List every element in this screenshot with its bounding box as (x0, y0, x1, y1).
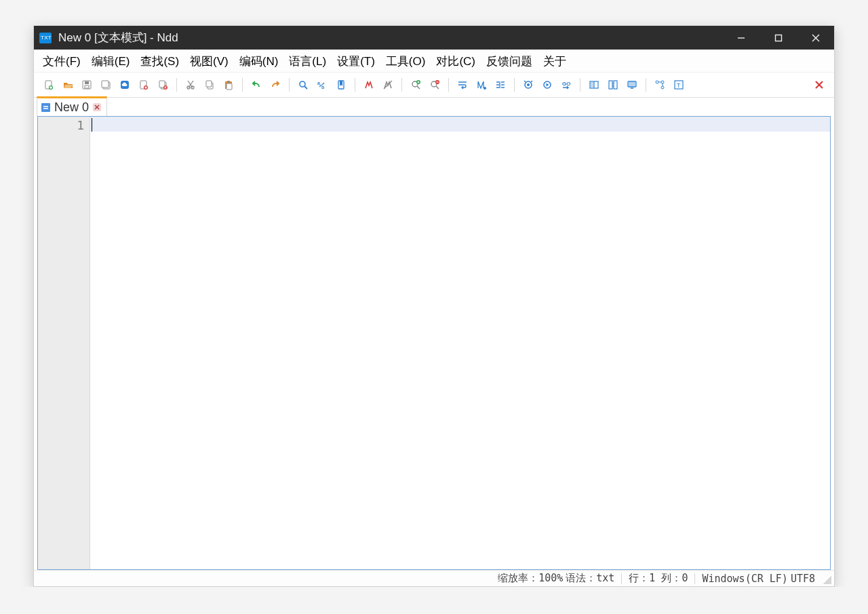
menu-feedback[interactable]: 反馈问题 (481, 52, 537, 71)
toolbar-separator (289, 78, 290, 92)
zoom-in-icon (410, 79, 421, 90)
document-tab[interactable]: New 0 (37, 96, 107, 116)
macro-play-icon (542, 79, 553, 90)
svg-rect-23 (227, 81, 230, 83)
tool-hierarchy[interactable] (650, 76, 669, 94)
svg-rect-45 (609, 81, 612, 89)
status-separator (694, 573, 695, 584)
tool-cut[interactable] (181, 76, 200, 94)
file-compare-icon (608, 79, 618, 90)
status-separator (621, 573, 622, 584)
svg-rect-22 (226, 83, 232, 90)
close-small-icon (94, 104, 100, 110)
svg-line-25 (304, 86, 307, 89)
status-encoding[interactable]: UTF8 (789, 573, 816, 585)
tool-new-file[interactable] (39, 76, 58, 94)
tool-zoom-in[interactable] (406, 76, 425, 94)
tool-replace[interactable]: ab (313, 76, 332, 94)
close-icon (811, 33, 821, 43)
text-panel-icon: T (673, 79, 684, 90)
status-syntax[interactable]: 语法：txt (564, 572, 616, 585)
window-maximize-button[interactable] (760, 26, 797, 50)
bookmark-icon (336, 79, 347, 90)
tool-indent-guides[interactable] (491, 76, 510, 94)
svg-point-50 (656, 81, 658, 83)
menu-search[interactable]: 查找(S) (136, 52, 184, 71)
tool-goto[interactable]: GO (557, 76, 576, 94)
title-bar[interactable]: New 0 [文本模式] - Ndd (34, 26, 834, 50)
line-number: 1 (38, 118, 84, 132)
menu-tools[interactable]: 工具(O) (381, 52, 431, 71)
find-icon (298, 79, 309, 90)
svg-point-37 (484, 87, 486, 90)
editor-container: 1 (34, 116, 834, 570)
show-whitespace-icon (476, 79, 487, 90)
tool-undo[interactable] (247, 76, 266, 94)
tool-macro-play[interactable] (538, 76, 557, 94)
tool-open-file[interactable] (58, 76, 77, 94)
menu-language[interactable]: 语言(L) (284, 52, 331, 71)
tool-bookmark[interactable] (332, 76, 351, 94)
toolbar-separator (646, 78, 646, 92)
menu-bar: 文件(F)编辑(E)查找(S)视图(V)编码(N)语言(L)设置(T)工具(O)… (34, 50, 834, 73)
cloud-icon (119, 79, 130, 90)
tool-close-all[interactable] (153, 76, 172, 94)
paste-icon (223, 79, 234, 90)
tool-file-compare[interactable] (604, 76, 623, 94)
menu-edit[interactable]: 编辑(E) (87, 52, 135, 71)
text-editor[interactable] (90, 117, 830, 569)
document-tab-icon (41, 103, 50, 112)
menu-compare[interactable]: 对比(C) (431, 52, 480, 71)
status-bar: 缩放率：100% 语法：txt 行：1 列：0 Windows(CR LF) U… (34, 570, 834, 586)
window-close-button[interactable] (797, 26, 834, 50)
hierarchy-icon (654, 79, 665, 90)
tool-paste[interactable] (219, 76, 238, 94)
svg-rect-48 (629, 82, 635, 86)
svg-text:GO: GO (562, 81, 570, 87)
line-number-gutter[interactable]: 1 (38, 117, 90, 569)
tool-save-file[interactable] (77, 76, 96, 94)
tool-clear-highlight[interactable] (378, 76, 397, 94)
resize-grip[interactable] (821, 573, 831, 584)
menu-about[interactable]: 关于 (538, 52, 571, 71)
tool-copy[interactable] (200, 76, 219, 94)
toolbar-separator (242, 78, 243, 92)
tool-close-app-tool[interactable] (810, 76, 829, 94)
svg-rect-10 (102, 81, 108, 88)
status-eol[interactable]: Windows(CR LF) (701, 573, 789, 585)
toolbar-separator (176, 78, 177, 92)
tool-monitor-fullscreen[interactable] (623, 76, 642, 94)
macro-record-icon (523, 79, 534, 90)
document-tab-label: New 0 (54, 100, 89, 115)
menu-view[interactable]: 视图(V) (185, 52, 233, 71)
redo-icon (270, 79, 281, 90)
save-file-icon (81, 79, 92, 90)
replace-icon: ab (317, 79, 328, 90)
tool-cloud[interactable] (115, 76, 134, 94)
window-minimize-button[interactable] (722, 26, 760, 50)
status-zoom[interactable]: 缩放率：100% (496, 572, 564, 585)
menu-file[interactable]: 文件(F) (38, 52, 85, 71)
app-window: New 0 [文本模式] - Ndd 文件(F)编辑(E)查找(S)视图(V)编… (33, 26, 835, 587)
svg-rect-8 (85, 85, 89, 88)
tool-word-highlight[interactable] (359, 76, 378, 94)
svg-line-31 (417, 86, 420, 89)
status-position[interactable]: 行：1 列：0 (627, 572, 689, 585)
svg-point-39 (527, 83, 530, 86)
tool-text-panel[interactable]: T (669, 76, 688, 94)
tool-zoom-out[interactable] (425, 76, 444, 94)
tool-show-whitespace[interactable] (472, 76, 491, 94)
tool-save-all[interactable] (96, 76, 115, 94)
svg-point-24 (300, 81, 305, 87)
tool-redo[interactable] (266, 76, 285, 94)
tool-word-wrap[interactable] (453, 76, 472, 94)
tool-find[interactable] (294, 76, 313, 94)
tool-macro-record[interactable] (519, 76, 538, 94)
menu-encoding[interactable]: 编码(N) (235, 52, 283, 71)
svg-rect-1 (775, 35, 781, 41)
tool-split-view[interactable] (585, 76, 604, 94)
tool-close-file[interactable] (134, 76, 153, 94)
toolbar-separator (355, 78, 355, 92)
tab-close-button[interactable] (93, 103, 101, 111)
menu-settings[interactable]: 设置(T) (332, 52, 380, 71)
